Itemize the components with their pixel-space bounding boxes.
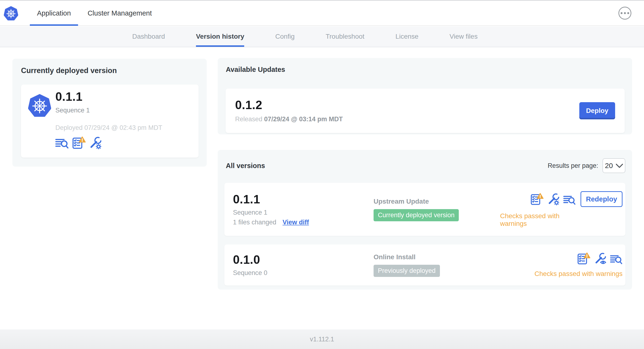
row-version-number: 0.1.1 (233, 193, 374, 206)
row-action-icons (530, 193, 576, 205)
current-version-number: 0.1.1 (56, 90, 162, 103)
row-actions (577, 252, 622, 265)
version-history-page: Application Cluster Management Dashboard… (0, 0, 644, 349)
tab-version-history[interactable]: Version history (196, 26, 244, 47)
tab-dashboard-label: Dashboard (132, 33, 165, 40)
ellipsis-menu-icon[interactable] (618, 7, 631, 20)
tab-license-label: License (396, 33, 419, 40)
all-versions-header: All versions Results per page: 20 (226, 157, 626, 174)
dot (620, 12, 622, 14)
edit-config-icon[interactable] (89, 137, 102, 149)
available-update-card: 0.1.2 Released 07/29/24 @ 03:14 pm MDT D… (226, 88, 625, 133)
view-config-icon[interactable] (594, 253, 606, 265)
tab-view-files[interactable]: View files (450, 26, 478, 47)
version-rows: 0.1.1 Sequence 1 1 files changed View di… (224, 183, 626, 286)
current-version-deployed-date: Deployed 07/29/24 @ 02:43 pm MDT (56, 124, 162, 132)
currently-deployed-title: Currently deployed version (21, 66, 198, 75)
all-versions-title: All versions (226, 162, 265, 170)
tab-config[interactable]: Config (275, 26, 294, 47)
results-per-page-value: 20 (605, 162, 613, 170)
tab-application-label: Application (37, 9, 71, 17)
tab-troubleshoot[interactable]: Troubleshoot (326, 26, 364, 47)
all-versions-panel: All versions Results per page: 20 0.1.1 … (218, 150, 632, 290)
version-row-0-1-0: 0.1.0 Sequence 0 Online Install Previous… (224, 244, 626, 286)
preflight-checks-warning-icon[interactable] (577, 252, 590, 265)
current-version-sequence: Sequence 1 (56, 107, 162, 114)
current-version-actions (56, 136, 162, 149)
version-row-left: 0.1.0 Sequence 0 (233, 253, 374, 277)
results-per-page-label: Results per page: (548, 162, 598, 170)
tab-config-label: Config (275, 33, 294, 40)
edit-config-icon[interactable] (548, 193, 560, 205)
version-row-right: Checks passed with warnings (534, 252, 622, 278)
redeploy-button[interactable]: Redeploy (580, 191, 622, 207)
tab-application[interactable]: Application (30, 1, 78, 26)
chevron-down-icon (616, 164, 623, 168)
app-footer: v1.112.1 (0, 330, 644, 349)
row-files-changed: 1 files changed View diff (233, 219, 374, 226)
version-row-right: Redeploy Checks passed with warnings (500, 191, 622, 228)
row-source-label: Upstream Update (374, 198, 500, 205)
kubernetes-logo-icon (4, 6, 18, 21)
row-sequence: Sequence 1 (233, 209, 374, 216)
deploy-button[interactable]: Deploy (579, 102, 615, 119)
row-sequence: Sequence 0 (233, 269, 374, 277)
row-version-number: 0.1.0 (233, 253, 374, 266)
released-date: 07/29/24 @ 03:14 pm MDT (264, 116, 343, 123)
preflight-checks-warning-icon[interactable] (72, 136, 86, 149)
deploy-logs-icon[interactable] (56, 138, 69, 149)
version-row-0-1-1: 0.1.1 Sequence 1 1 files changed View di… (224, 183, 626, 236)
tab-view-files-label: View files (450, 33, 478, 40)
available-update-info: 0.1.2 Released 07/29/24 @ 03:14 pm MDT (235, 98, 343, 123)
console-version: v1.112.1 (310, 336, 334, 343)
tab-license[interactable]: License (396, 26, 419, 47)
deploy-logs-icon[interactable] (563, 195, 576, 205)
update-version-number: 0.1.2 (235, 98, 343, 112)
current-version-info: 0.1.1 Sequence 1 Deployed 07/29/24 @ 02:… (56, 90, 162, 158)
tab-dashboard[interactable]: Dashboard (132, 26, 165, 47)
tab-cluster-management[interactable]: Cluster Management (80, 1, 159, 26)
released-prefix: Released (235, 116, 262, 123)
dot (627, 12, 629, 14)
previously-deployed-badge: Previously deployed (374, 265, 440, 277)
tab-version-history-label: Version history (196, 33, 244, 40)
row-actions: Redeploy (530, 191, 622, 207)
kubernetes-app-icon (28, 94, 51, 118)
results-per-page-select[interactable]: 20 (602, 158, 626, 173)
currently-deployed-badge: Currently deployed version (374, 209, 459, 221)
top-tab-bar: Application Cluster Management (30, 1, 159, 26)
checks-status: Checks passed with warnings (534, 270, 622, 278)
available-updates-title: Available Updates (226, 66, 626, 74)
row-source-label: Online Install (374, 253, 500, 261)
tab-cluster-management-label: Cluster Management (88, 9, 152, 17)
subnav-tab-bar: Dashboard Version history Config Trouble… (132, 26, 478, 47)
deploy-logs-icon[interactable] (610, 255, 622, 265)
checks-status: Checks passed with warnings (500, 212, 576, 228)
files-changed-label: 1 files changed (233, 219, 276, 226)
results-per-page: Results per page: 20 (548, 158, 626, 173)
preflight-checks-warning-icon[interactable] (530, 193, 544, 205)
dot (624, 12, 626, 14)
row-action-icons (577, 252, 622, 265)
tab-troubleshoot-label: Troubleshoot (326, 33, 364, 40)
update-released-date: Released 07/29/24 @ 03:14 pm MDT (235, 116, 343, 123)
top-header: Application Cluster Management (0, 1, 644, 26)
version-row-middle: Online Install Previously deployed (374, 253, 500, 277)
currently-deployed-card: 0.1.1 Sequence 1 Deployed 07/29/24 @ 02:… (21, 84, 198, 158)
view-diff-link[interactable]: View diff (282, 219, 309, 226)
currently-deployed-panel: Currently deployed version 0.1.1 Sequenc… (12, 59, 207, 166)
app-subnav: Dashboard Version history Config Trouble… (0, 26, 644, 47)
version-row-middle: Upstream Update Currently deployed versi… (374, 198, 500, 221)
available-updates-panel: Available Updates 0.1.2 Released 07/29/2… (218, 58, 632, 134)
version-row-left: 0.1.1 Sequence 1 1 files changed View di… (233, 193, 374, 226)
